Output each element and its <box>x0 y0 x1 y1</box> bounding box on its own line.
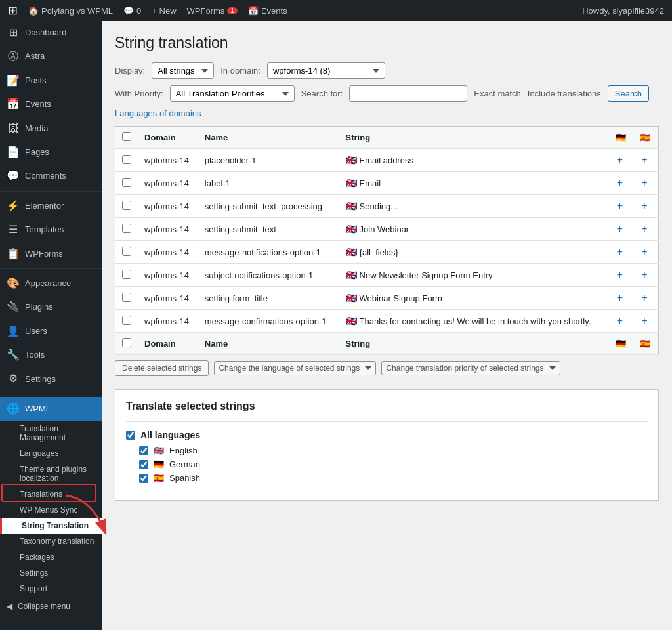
new-bar-item[interactable]: + New <box>152 6 176 16</box>
add-de-btn[interactable]: + <box>617 246 623 257</box>
sidebar-item-templates[interactable]: ☰ Templates <box>0 218 102 242</box>
sidebar-item-events[interactable]: 📅 Events <box>0 93 102 116</box>
all-languages-checkbox[interactable] <box>126 430 135 440</box>
comments-icon: 💬 <box>123 6 134 16</box>
sidebar-item-settings[interactable]: ⚙ Settings <box>0 367 102 390</box>
sidebar-item-astra[interactable]: Ⓐ Astra <box>0 45 102 68</box>
row-checkbox[interactable] <box>122 155 131 164</box>
submenu-string-translation[interactable]: String Translation <box>0 518 102 534</box>
page-title: String translation <box>115 34 659 52</box>
submenu-taxonomy-translation[interactable]: Taxonomy translation <box>0 534 102 549</box>
row-checkbox[interactable] <box>122 247 131 256</box>
add-de-btn[interactable]: + <box>617 177 623 188</box>
search-button[interactable]: Search <box>608 85 649 102</box>
add-de-btn[interactable]: + <box>617 269 623 280</box>
lang-german-flag: 🇩🇪 <box>154 459 164 469</box>
sidebar-item-media[interactable]: 🖼 Media <box>0 117 102 140</box>
add-de-btn[interactable]: + <box>617 200 623 211</box>
add-es-btn[interactable]: + <box>641 315 647 326</box>
add-es-btn[interactable]: + <box>641 269 647 280</box>
sidebar-label-templates: Templates <box>25 224 64 236</box>
lang-german-checkbox[interactable] <box>139 460 148 469</box>
row-string: 🇬🇧Thanks for contacting us! We will be i… <box>339 310 609 333</box>
sidebar-item-pages[interactable]: 📄 Pages <box>0 140 102 164</box>
strings-table: Domain Name String 🇩🇪 🇪🇸 wpforms-14 plac… <box>115 126 659 355</box>
sidebar-item-wpforms[interactable]: 📋 WPForms <box>0 242 102 266</box>
menu-separator-2 <box>0 268 102 269</box>
change-language-select[interactable]: Change the language of selected strings <box>214 361 376 375</box>
row-checkbox[interactable] <box>122 270 131 279</box>
pages-icon: 📄 <box>7 145 20 159</box>
sidebar-item-tools[interactable]: 🔧 Tools <box>0 343 102 367</box>
priority-label: With Priority: <box>115 89 163 98</box>
sidebar-label-posts: Posts <box>25 75 47 87</box>
all-languages-row: All languages <box>126 430 648 440</box>
collapse-menu-btn[interactable]: ◀ Collapse menu <box>0 597 102 616</box>
submenu-wp-menus-sync[interactable]: WP Menus Sync <box>0 502 102 518</box>
row-domain: wpforms-14 <box>138 287 198 310</box>
row-string: 🇬🇧Sending... <box>339 195 609 218</box>
sidebar-item-elementor[interactable]: ⚡ Elementor <box>0 194 102 218</box>
wpforms-bar-item[interactable]: WPForms 1 <box>187 6 238 16</box>
site-name-bar-item[interactable]: 🏠 Polylang vs WPML <box>28 6 113 16</box>
wp-logo[interactable]: ⊞ <box>8 3 18 18</box>
submenu-languages[interactable]: Languages <box>0 446 102 461</box>
domain-select[interactable]: wpforms-14 (8) <box>267 62 385 79</box>
bulk-actions: Delete selected strings Change the langu… <box>115 360 659 376</box>
add-de-btn[interactable]: + <box>617 154 623 165</box>
events-bar-item[interactable]: 📅 Events <box>248 6 287 16</box>
submenu-translations[interactable]: Translations <box>0 486 102 502</box>
sidebar-item-wpml[interactable]: 🌐 WPML <box>0 397 102 421</box>
submenu-wpml-settings[interactable]: Settings <box>0 565 102 581</box>
submenu-support[interactable]: Support <box>0 581 102 597</box>
add-es-btn[interactable]: + <box>641 177 647 188</box>
table-row: wpforms-14 message-notifications-option-… <box>116 241 659 264</box>
languages-of-domains-link[interactable]: Languages of domains <box>115 108 201 118</box>
submenu-translation-management[interactable]: Translation Management <box>0 421 102 446</box>
comments-bar-item[interactable]: 💬 0 <box>123 6 141 16</box>
sidebar-item-comments[interactable]: 💬 Comments <box>0 164 102 188</box>
sidebar-item-appearance[interactable]: 🎨 Appearance <box>0 272 102 295</box>
include-translations-label: Include translations <box>528 89 601 98</box>
add-es-btn[interactable]: + <box>641 154 647 165</box>
events-icon: 📅 <box>248 6 259 16</box>
table-row: wpforms-14 setting-submit_text 🇬🇧Join We… <box>116 218 659 241</box>
add-es-btn[interactable]: + <box>641 200 647 211</box>
menu-separator-3 <box>0 394 102 394</box>
footer-select-all-checkbox[interactable] <box>122 338 131 347</box>
sidebar-item-plugins[interactable]: 🔌 Plugins <box>0 295 102 319</box>
change-priority-select[interactable]: Change translation priority of selected … <box>381 361 560 375</box>
add-es-btn[interactable]: + <box>641 292 647 303</box>
add-es-btn[interactable]: + <box>641 246 647 257</box>
sidebar-item-users[interactable]: 👤 Users <box>0 320 102 343</box>
table-row: wpforms-14 setting-submit_text_processin… <box>116 195 659 218</box>
string-translation-label: String Translation <box>22 521 89 530</box>
row-string: 🇬🇧Webinar Signup Form <box>339 287 609 310</box>
add-de-btn[interactable]: + <box>617 223 623 234</box>
row-checkbox[interactable] <box>122 201 131 210</box>
sidebar-item-posts[interactable]: 📝 Posts <box>0 69 102 93</box>
sidebar-item-dashboard[interactable]: ⊞ Dashboard <box>0 21 102 45</box>
submenu-theme-plugins[interactable]: Theme and plugins localization <box>0 461 102 486</box>
row-checkbox[interactable] <box>122 316 131 325</box>
add-de-btn[interactable]: + <box>617 315 623 326</box>
select-all-checkbox[interactable] <box>122 132 131 141</box>
delete-selected-btn[interactable]: Delete selected strings <box>115 360 209 376</box>
row-checkbox[interactable] <box>122 178 131 187</box>
col-es-flag: 🇪🇸 <box>633 127 658 149</box>
add-de-btn[interactable]: + <box>617 292 623 303</box>
row-checkbox[interactable] <box>122 224 131 233</box>
plugins-icon: 🔌 <box>7 300 20 314</box>
submenu-packages[interactable]: Packages <box>0 549 102 565</box>
row-checkbox[interactable] <box>122 293 131 302</box>
events-icon: 📅 <box>7 97 20 112</box>
search-input[interactable] <box>349 85 467 102</box>
row-domain: wpforms-14 <box>138 172 198 195</box>
priority-select[interactable]: All Translation Priorities <box>170 85 295 102</box>
display-select[interactable]: All strings <box>152 62 214 79</box>
footer-col-domain: Domain <box>138 333 198 355</box>
lang-spanish-checkbox[interactable] <box>139 474 148 483</box>
admin-bar: ⊞ 🏠 Polylang vs WPML 💬 0 + New WPForms 1… <box>0 0 672 21</box>
add-es-btn[interactable]: + <box>641 223 647 234</box>
lang-english-checkbox[interactable] <box>139 446 148 455</box>
